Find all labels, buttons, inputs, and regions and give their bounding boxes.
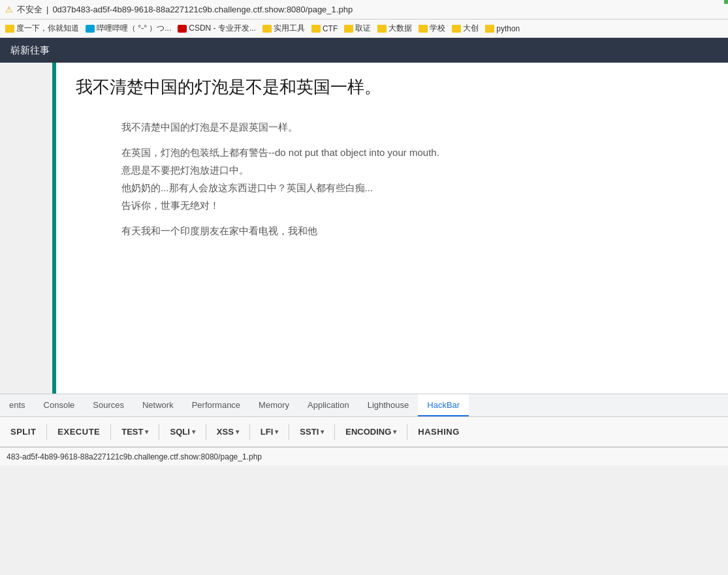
- divider-8: [407, 424, 407, 440]
- bookmark-label-4: 实用工具: [274, 23, 305, 34]
- btn-xss[interactable]: XSS ▾: [213, 424, 243, 439]
- warning-icon: ⚠: [5, 5, 13, 14]
- btn-test-arrow: ▾: [145, 428, 148, 435]
- tab-memory[interactable]: Memory: [249, 394, 298, 416]
- green-indicator: [724, 0, 728, 4]
- btn-ssti-arrow: ▾: [321, 428, 324, 435]
- bookmark-icon-10: [485, 25, 494, 33]
- bookmark-label-5: CTF: [323, 24, 338, 33]
- tab-network[interactable]: Network: [133, 394, 183, 416]
- btn-lfi[interactable]: LFI ▾: [257, 424, 283, 439]
- article-para-3: 有天我和一个印度朋友在家中看电视，我和他: [121, 222, 663, 240]
- btn-sqli-arrow: ▾: [192, 428, 195, 435]
- status-url: 483-ad5f-4b89-9618-88a227121c9b.challeng…: [7, 452, 262, 461]
- devtools-tabs-bar: ents Console Sources Network Performance…: [0, 394, 728, 417]
- separator: |: [46, 5, 48, 14]
- bookmark-label-8: 学校: [430, 23, 445, 34]
- bookmark-8[interactable]: 学校: [419, 23, 445, 34]
- bookmark-label-6: 取证: [355, 23, 371, 34]
- bookmark-label-10: python: [496, 24, 520, 33]
- divider-3: [159, 424, 159, 440]
- article-container: 我不清楚中国的灯泡是不是和英国一样。 我不清楚中国的灯泡是不是跟英国一样。 在英…: [56, 63, 728, 394]
- bookmark-icon-6: [344, 25, 353, 33]
- article-body: 我不清楚中国的灯泡是不是跟英国一样。 在英国，灯泡的包装纸上都有警告--do n…: [69, 112, 715, 254]
- address-bar: ⚠ 不安全 | 0d37b483-ad5f-4b89-9618-88a22712…: [0, 0, 728, 20]
- btn-encoding[interactable]: ENCODING ▾: [341, 424, 400, 439]
- bookmark-3[interactable]: CSDN - 专业开发...: [178, 23, 256, 34]
- tab-lighthouse[interactable]: Lighthouse: [358, 394, 419, 416]
- bookmark-label-3: CSDN - 专业开发...: [189, 23, 256, 34]
- bookmark-2[interactable]: 哔哩哔哩（ °-° ）つ...: [86, 23, 171, 34]
- divider-1: [46, 424, 47, 440]
- divider-2: [110, 424, 111, 440]
- bookmark-icon-5: [311, 25, 321, 33]
- url-text[interactable]: 0d37b483-ad5f-4b89-9618-88a227121c9b.cha…: [52, 5, 353, 14]
- bookmark-label-1: 度一下，你就知道: [16, 23, 79, 34]
- tab-sources[interactable]: Sources: [84, 394, 133, 416]
- btn-xss-arrow: ▾: [236, 428, 239, 435]
- bookmarks-bar: 度一下，你就知道 哔哩哔哩（ °-° ）つ... CSDN - 专业开发... …: [0, 20, 728, 38]
- bookmark-label-7: 大数据: [388, 23, 412, 34]
- bookmark-7[interactable]: 大数据: [377, 23, 412, 34]
- btn-hashing[interactable]: HASHING: [414, 424, 463, 439]
- page-content: 我不清楚中国的灯泡是不是和英国一样。 我不清楚中国的灯泡是不是跟英国一样。 在英…: [0, 63, 728, 394]
- btn-encoding-arrow: ▾: [393, 428, 396, 435]
- bookmark-1[interactable]: 度一下，你就知道: [5, 23, 79, 34]
- bookmark-icon-9: [452, 25, 461, 33]
- bookmark-icon-8: [419, 25, 428, 33]
- bookmark-icon-1: [5, 25, 14, 33]
- btn-sqli-label: SQLI: [170, 427, 189, 437]
- btn-test-label: TEST: [121, 427, 143, 437]
- btn-encoding-label: ENCODING: [345, 427, 391, 437]
- bookmark-10[interactable]: python: [485, 24, 520, 33]
- divider-4: [206, 424, 206, 440]
- btn-ssti[interactable]: SSTI ▾: [296, 424, 328, 439]
- btn-split[interactable]: SPLIT: [7, 424, 40, 439]
- tab-elements[interactable]: ents: [0, 394, 35, 416]
- article-title: 我不清楚中国的灯泡是不是和英国一样。: [69, 76, 715, 99]
- btn-lfi-label: LFI: [261, 427, 274, 437]
- divider-6: [289, 424, 289, 440]
- tab-console[interactable]: Console: [35, 394, 84, 416]
- nav-header: 崭新往事: [0, 38, 728, 63]
- bookmark-label-9: 大创: [463, 23, 479, 34]
- btn-lfi-arrow: ▾: [275, 428, 278, 435]
- hackbar-toolbar: SPLIT EXECUTE TEST ▾ SQLI ▾ XSS ▾ LFI ▾ …: [0, 417, 728, 447]
- article-para-1: 我不清楚中国的灯泡是不是跟英国一样。: [121, 118, 663, 136]
- bookmark-6[interactable]: 取证: [344, 23, 371, 34]
- divider-5: [249, 424, 250, 440]
- tab-hackbar[interactable]: HackBar: [418, 394, 469, 416]
- bookmark-5[interactable]: CTF: [311, 24, 338, 33]
- tab-performance[interactable]: Performance: [183, 394, 249, 416]
- tab-application[interactable]: Application: [298, 394, 358, 416]
- bookmark-icon-2: [86, 25, 95, 33]
- btn-execute[interactable]: EXECUTE: [54, 424, 104, 439]
- bookmark-4[interactable]: 实用工具: [262, 23, 305, 34]
- nav-title: 崭新往事: [10, 44, 50, 57]
- btn-xss-label: XSS: [217, 427, 234, 437]
- btn-sqli[interactable]: SQLI ▾: [166, 424, 198, 439]
- btn-ssti-label: SSTI: [300, 427, 319, 437]
- btn-test[interactable]: TEST ▾: [118, 424, 152, 439]
- status-bar: 483-ad5f-4b89-9618-88a227121c9b.challeng…: [0, 447, 728, 465]
- bookmark-icon-4: [262, 25, 272, 33]
- article-para-2: 在英国，灯泡的包装纸上都有警告--do not put that object …: [121, 144, 663, 214]
- bookmark-icon-3: [178, 25, 187, 33]
- bookmark-9[interactable]: 大创: [452, 23, 479, 34]
- insecure-label: 不安全: [17, 4, 42, 16]
- divider-7: [334, 424, 335, 440]
- bookmark-label-2: 哔哩哔哩（ °-° ）つ...: [97, 23, 171, 34]
- bookmark-icon-7: [377, 25, 387, 33]
